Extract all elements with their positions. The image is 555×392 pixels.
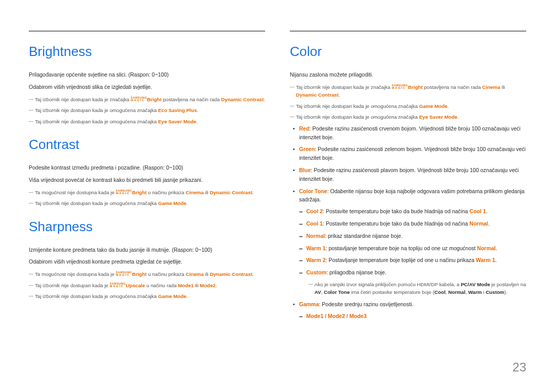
note: Taj izbornik nije dostupan kada je omogu…	[29, 106, 265, 115]
list-color-tone: Cool 2: Postavite temperaturu boje tako …	[299, 207, 526, 277]
heading-sharpness: Sharpness	[29, 219, 265, 235]
samsung-magic-icon: SAMSUNGMAGIC	[116, 272, 132, 276]
note: Ta mogućnost nije dostupna kada je SAMSU…	[29, 270, 265, 278]
list-item: Gamma: Podesite srednju razinu osvijetlj…	[290, 300, 526, 321]
note: Taj izbornik nije dostupan kada je znača…	[290, 83, 526, 99]
list-item: Warm 2: Postavljanje temperature boje to…	[299, 256, 526, 265]
list-item: Normal: prikaz standardne nijanse boje.	[299, 232, 526, 240]
samsung-magic-icon: SAMSUNGMAGIC	[392, 85, 408, 89]
note: Taj izbornik nije dostupan kada je omogu…	[290, 113, 526, 121]
page-columns: Brightness Prilagođavanje općenite svjet…	[29, 31, 526, 332]
text: Izmijenite konture predmeta tako da budu…	[29, 246, 265, 254]
heading-brightness: Brightness	[29, 44, 265, 60]
right-column: Color Nijansu zaslona možete prilagoditi…	[290, 31, 526, 332]
list-item: Cool 1: Postavite temperaturu boje tako …	[299, 219, 526, 228]
text: Podesite kontrast između predmeta i poza…	[29, 164, 265, 172]
note: Taj izbornik nije dostupan kada je SAMSU…	[29, 282, 265, 290]
note: Taj izbornik nije dostupan kada je omogu…	[290, 102, 526, 110]
text: Nijansu zaslona možete prilagoditi.	[290, 71, 526, 79]
section-color: Color Nijansu zaslona možete prilagoditi…	[290, 44, 526, 321]
note: Taj izbornik nije dostupan kada je omogu…	[29, 118, 265, 126]
list-item: Green: Podesite razinu zasićenosti zelen…	[290, 145, 526, 162]
list-item: Mode1 / Mode2 / Mode3	[299, 312, 526, 321]
list-item: Color Tone: Odaberite nijansu boje koja …	[290, 187, 526, 296]
note: Taj izbornik nije dostupan kada je omogu…	[29, 292, 265, 301]
section-contrast: Contrast Podesite kontrast između predme…	[29, 137, 265, 208]
note: Ta mogućnost nije dostupna kada je SAMSU…	[29, 189, 265, 197]
section-sharpness: Sharpness Izmijenite konture predmeta ta…	[29, 219, 265, 301]
text: Viša vrijednost povećat će kontrast kako…	[29, 176, 265, 184]
list-color-options: Red: Podesite razinu zasićenosti crvenom…	[290, 124, 526, 321]
list-item: Blue: Podesite razinu zasićenosti plavom…	[290, 166, 526, 183]
left-column: Brightness Prilagođavanje općenite svjet…	[29, 31, 265, 332]
heading-color: Color	[290, 44, 526, 60]
note: Taj izbornik nije dostupan kada je omogu…	[29, 199, 265, 208]
list-item: Red: Podesite razinu zasićenosti crvenom…	[290, 124, 526, 142]
samsung-magic-icon: SAMSUNGMAGIC	[109, 283, 126, 288]
list-item: Warm 1: postavljanje temperature boje na…	[299, 244, 526, 253]
text: Odabirom viših vrijednosti konture predm…	[29, 258, 265, 266]
note: Taj izbornik nije dostupan kada je znača…	[29, 96, 265, 104]
list-item: Cool 2: Postavite temperaturu boje tako …	[299, 207, 526, 216]
note: Ako je vanjski izvor signala priključen …	[299, 281, 526, 296]
list-gamma-modes: Mode1 / Mode2 / Mode3	[299, 312, 526, 321]
divider	[290, 31, 526, 31]
samsung-magic-icon: SAMSUNGMAGIC	[116, 190, 132, 195]
page-number: 23	[512, 360, 526, 375]
list-item: Custom: prilagodba nijanse boje.	[299, 268, 526, 277]
text: Prilagođavanje općenite svjetline na sli…	[29, 71, 265, 79]
text: Odabirom viših vrijednosti slika će izgl…	[29, 83, 265, 91]
samsung-magic-icon: SAMSUNGMAGIC	[131, 97, 147, 102]
heading-contrast: Contrast	[29, 137, 265, 153]
section-brightness: Brightness Prilagođavanje općenite svjet…	[29, 44, 265, 125]
divider	[29, 31, 265, 31]
